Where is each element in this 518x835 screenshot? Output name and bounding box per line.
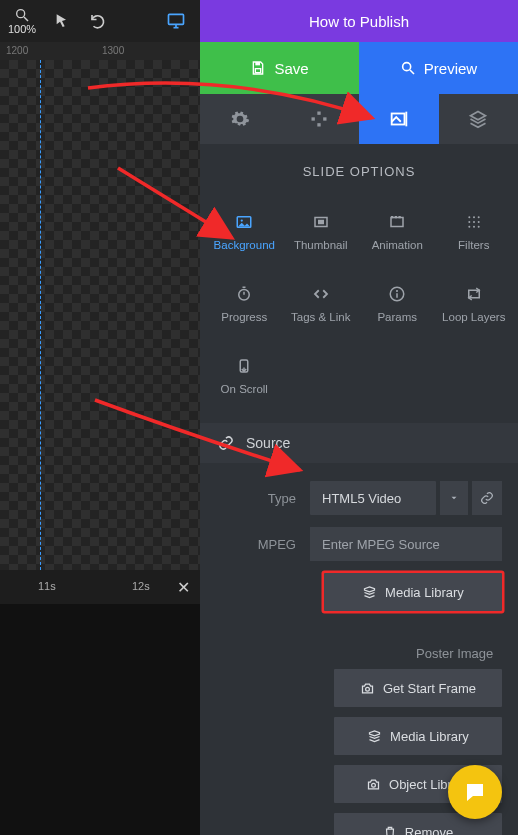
svg-rect-20 [391,216,393,218]
svg-rect-22 [399,216,401,218]
type-select[interactable]: HTML5 Video [310,481,436,515]
zoom-control[interactable]: 100% [0,7,44,35]
option-on-scroll[interactable]: On Scroll [206,339,283,411]
chat-icon [463,780,487,804]
link-icon [480,491,494,505]
get-start-frame-button[interactable]: Get Start Frame [334,669,502,707]
loop-icon [463,283,485,305]
save-button[interactable]: Save [200,42,359,94]
source-form: Type HTML5 Video MPEG Media Library [200,463,518,621]
poster-media-library-button[interactable]: Media Library [334,717,502,755]
svg-rect-5 [256,62,261,65]
svg-rect-12 [318,123,321,126]
save-label: Save [274,60,308,77]
gear-icon [230,109,250,129]
option-label: Filters [458,239,489,251]
svg-line-8 [410,70,414,74]
chat-button[interactable] [448,765,502,819]
option-label: Params [377,311,417,323]
timeline-area [0,604,200,835]
library-icon [367,729,382,744]
svg-point-0 [17,10,25,18]
undo-tool[interactable] [80,0,116,42]
close-icon[interactable]: ✕ [177,578,190,597]
option-loop-layers[interactable]: Loop Layers [436,267,513,339]
code-icon [310,283,332,305]
source-section-header[interactable]: Source [200,423,518,463]
tab-layers[interactable] [439,94,519,144]
option-label: Tags & Link [291,311,350,323]
section-title: SLIDE OPTIONS [200,144,518,195]
camera-icon [366,777,381,792]
canvas[interactable] [0,60,200,570]
svg-rect-19 [391,218,403,227]
option-tags-link[interactable]: Tags & Link [283,267,360,339]
type-dropdown-caret[interactable] [440,481,468,515]
svg-rect-2 [169,14,184,24]
magnifier-icon [14,7,30,23]
main-tabs [200,94,518,144]
cursor-tool[interactable] [44,0,80,42]
search-icon [400,60,416,76]
camera-icon [360,681,375,696]
tab-align[interactable] [280,94,360,144]
option-animation[interactable]: Animation [359,195,436,267]
thumbnail-icon [310,211,332,233]
svg-point-25 [477,216,479,218]
svg-rect-21 [395,216,397,218]
zoom-value: 100% [8,23,36,35]
tab-slide[interactable] [359,94,439,144]
option-params[interactable]: Params [359,267,436,339]
desktop-view[interactable] [158,0,194,42]
trash-icon [383,825,397,835]
svg-point-27 [473,221,475,223]
svg-point-36 [396,290,398,292]
image-stack-icon [388,108,410,130]
option-label: Progress [221,311,267,323]
layers-icon [468,109,488,129]
svg-point-16 [241,219,243,221]
tab-settings[interactable] [200,94,280,144]
chevron-down-icon [449,493,459,503]
svg-rect-11 [323,117,326,120]
undo-icon [89,12,107,30]
how-to-publish-banner[interactable]: How to Publish [200,0,518,42]
scroll-icon [233,355,255,377]
vertical-guide[interactable] [40,60,41,570]
film-icon [386,211,408,233]
timeline-mark: 12s [132,580,150,592]
slide-options-grid: Background Thumbnail Animation Filters P… [200,195,518,423]
option-thumbnail[interactable]: Thumbnail [283,195,360,267]
ruler-horizontal: 1200 1300 [0,42,200,60]
option-label: Animation [372,239,423,251]
svg-line-1 [24,17,28,21]
grid-icon [463,211,485,233]
svg-point-29 [468,226,470,228]
type-value: HTML5 Video [322,491,401,506]
svg-rect-18 [319,221,324,224]
ruler-tick: 1300 [102,45,124,56]
timeline[interactable]: 11s 12s ✕ [0,570,200,604]
cursor-icon [54,13,70,29]
image-icon [233,211,255,233]
media-library-button[interactable]: Media Library [324,573,502,611]
option-filters[interactable]: Filters [436,195,513,267]
preview-button[interactable]: Preview [359,42,518,94]
type-link-button[interactable] [472,481,502,515]
svg-point-31 [477,226,479,228]
media-library-label: Media Library [385,585,464,600]
option-label: Thumbnail [294,239,348,251]
svg-point-30 [473,226,475,228]
option-progress[interactable]: Progress [206,267,283,339]
option-label: Loop Layers [442,311,505,323]
svg-point-26 [468,221,470,223]
info-icon [386,283,408,305]
svg-point-42 [372,783,376,787]
svg-rect-10 [312,117,315,120]
mpeg-input[interactable] [310,527,502,561]
settings-panel: How to Publish Save Preview [200,0,518,835]
option-label: Background [214,239,275,251]
svg-rect-9 [318,112,321,115]
save-preview-bar: Save Preview [200,42,518,94]
option-background[interactable]: Background [206,195,283,267]
